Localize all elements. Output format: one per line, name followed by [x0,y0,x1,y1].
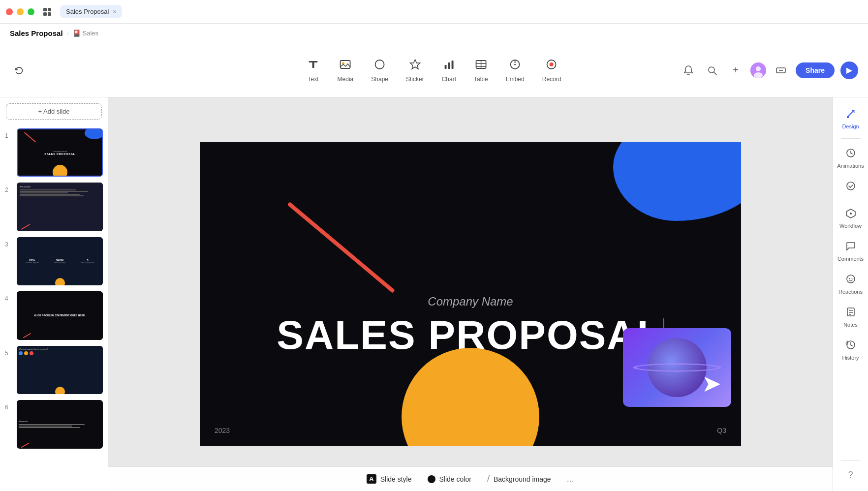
svg-point-34 [847,275,855,283]
history-panel-btn[interactable]: History [835,335,867,366]
shape-tool-label: Shape [371,76,388,83]
comments-icon [845,241,856,254]
svg-point-25 [756,66,761,71]
embed-icon [509,58,522,74]
svg-point-36 [851,278,852,279]
shape-tool-btn[interactable]: Shape [364,54,395,87]
reactions-panel-btn[interactable]: Reactions [835,269,867,300]
svg-point-26 [754,72,763,78]
slide-panel: + Add slide 1 Company Name SALES PROPOSA… [0,97,108,491]
help-btn[interactable]: ? [835,465,867,485]
slide-number: 3 [5,237,13,248]
notes-icon [845,307,856,320]
slide-style-btn[interactable]: A Slide style [367,474,411,484]
breadcrumb: Sales Proposal › 🎴 Sales [0,24,868,43]
doc-title: Sales Proposal [10,29,63,37]
sticker-icon [408,58,421,74]
tab-grid-icon[interactable] [40,5,54,19]
table-tool-label: Table [474,76,488,83]
help-icon: ? [848,470,853,480]
media-tool-btn[interactable]: Media [331,54,361,87]
slide-number: 6 [5,400,13,411]
minimize-window-btn[interactable] [17,8,24,15]
text-tool-btn[interactable]: Text [300,54,327,87]
slide-color-btn[interactable]: Slide color [428,475,471,483]
add-slide-button[interactable]: + Add slide [6,103,102,120]
sticker-tool-btn[interactable]: Sticker [399,54,431,87]
company-name-text: Company Name [200,295,741,308]
text-tool-label: Text [308,76,319,83]
main-layout: + Add slide 1 Company Name SALES PROPOSA… [0,97,868,491]
check-panel-btn[interactable] [835,176,867,201]
slide-thumbnail: 67% Customers impacted $40M Revenue per … [17,237,103,285]
svg-rect-3 [48,12,51,16]
purple-sticker[interactable]: ➤ [623,328,731,407]
text-icon [307,58,320,74]
slide-item[interactable]: 2 The problem [0,180,108,234]
svg-point-31 [847,182,855,190]
table-tool-btn[interactable]: Table [467,54,495,87]
comments-panel-btn[interactable]: Comments [835,236,867,267]
red-line-decoration [287,202,395,293]
more-options-btn[interactable]: ... [567,474,574,484]
slide-item[interactable]: 3 67% Customers impacted $40M Revenue pe… [0,234,108,288]
workflow-panel-btn[interactable]: Workflow [835,203,867,234]
svg-marker-9 [410,60,420,69]
record-tool-btn[interactable]: Record [535,54,568,87]
embed-tool-btn[interactable]: Embed [499,54,531,87]
slide-item[interactable]: 5 Who is impacted by this problem? [0,343,108,397]
notification-bell-btn[interactable] [680,61,697,79]
history-label: History [842,355,859,361]
slide-item[interactable]: 6 Why now? [0,397,108,451]
chart-icon [442,58,455,74]
divider [841,460,861,461]
animations-icon [845,148,856,161]
maximize-window-btn[interactable] [28,8,34,15]
share-button[interactable]: Share [796,62,835,78]
search-btn[interactable] [703,61,721,79]
avatar[interactable] [750,62,766,78]
toolbar: Text Media Shape [0,43,868,97]
design-panel-btn[interactable]: Design [835,103,867,134]
chart-tool-btn[interactable]: Chart [435,54,463,87]
notes-label: Notes [843,322,858,328]
svg-rect-11 [448,62,450,69]
workflow-label: Workflow [839,223,862,229]
svg-line-23 [714,72,716,75]
doc-tab[interactable]: Sales Proposal × [60,5,122,18]
comments-label: Comments [837,256,864,262]
slide-thumbnail: Who is impacted by this problem? [17,346,103,394]
notes-panel-btn[interactable]: Notes [835,302,867,333]
svg-rect-1 [48,8,51,11]
reactions-label: Reactions [838,289,863,295]
slide-number: 4 [5,291,13,302]
design-icon [845,108,856,122]
svg-rect-2 [43,12,47,16]
table-icon [474,58,487,74]
canvas-area: Company Name SALES PROPOSAL ➤ 2023 Q3 [108,97,833,491]
slide-quarter: Q3 [717,427,726,434]
title-bar: Sales Proposal × [0,0,868,24]
slide-item[interactable]: 4 HUGE PROBLEM STATEMENT GOES HERE. [0,288,108,342]
sticker-tool-label: Sticker [406,76,424,83]
play-button[interactable]: ▶ [840,61,858,79]
chart-tool-label: Chart [442,76,456,83]
planet-decoration [648,338,707,397]
close-tab-btn[interactable]: × [113,8,116,15]
bg-image-btn[interactable]: / Background image [487,474,551,484]
slide-thumbnail: The problem [17,183,103,231]
slide-canvas[interactable]: Company Name SALES PROPOSAL ➤ 2023 Q3 [200,142,741,446]
design-label: Design [842,123,859,129]
metrics-btn[interactable] [772,61,790,79]
slide-thumbnail: Why now? [17,400,103,448]
svg-point-22 [709,67,714,73]
workflow-icon [845,208,856,221]
undo-button[interactable] [10,61,28,79]
media-icon [339,58,352,74]
toolbar-center: Text Media Shape [300,54,568,87]
svg-rect-0 [43,8,47,11]
close-window-btn[interactable] [6,8,13,15]
add-btn[interactable]: + [727,61,744,79]
animations-panel-btn[interactable]: Animations [835,143,867,174]
slide-item[interactable]: 1 Company Name SALES PROPOSAL [0,125,108,180]
